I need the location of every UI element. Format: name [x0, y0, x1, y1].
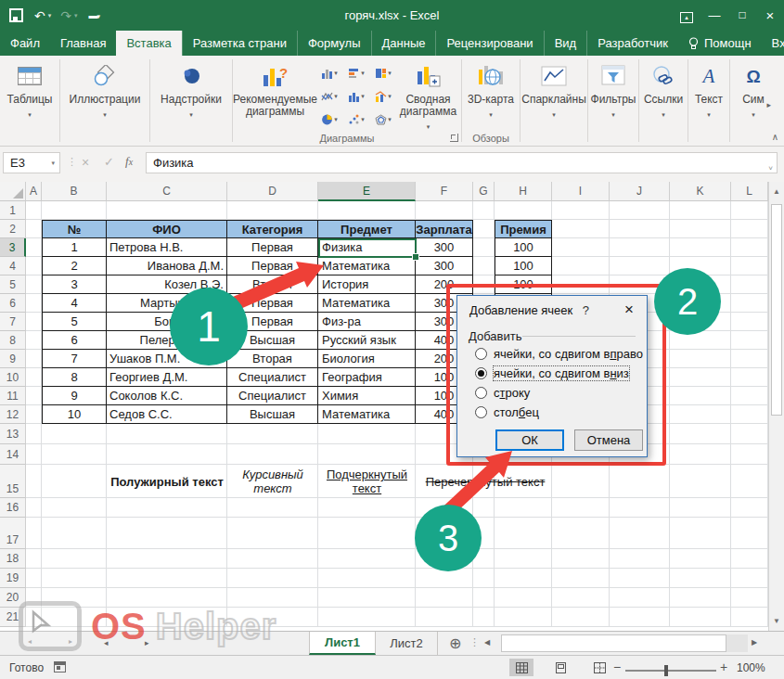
vertical-scroll-thumb[interactable]: [771, 204, 782, 416]
hscroll-left-icon[interactable]: ◀: [484, 638, 490, 647]
cell-B12[interactable]: 10: [42, 405, 107, 424]
name-box-dropdown-icon[interactable]: ▾: [51, 160, 55, 167]
cell-H3[interactable]: 100: [495, 238, 552, 257]
cancel-entry-icon[interactable]: ×: [82, 155, 89, 170]
ribbon-tab[interactable]: Вид: [544, 31, 587, 56]
filters-button[interactable]: Фильтры ▾: [591, 56, 636, 146]
cell-C2[interactable]: ФИО: [107, 220, 227, 238]
row-header-4[interactable]: 4: [0, 257, 26, 275]
cell-H4[interactable]: 100: [495, 257, 552, 275]
cell-D9[interactable]: Вторая: [227, 350, 318, 368]
ok-button[interactable]: ОК: [495, 429, 564, 451]
tab-help[interactable]: Помощн: [678, 31, 762, 56]
cell-C11[interactable]: Соколов К.С.: [107, 387, 227, 405]
cell-D2[interactable]: Категория: [227, 220, 318, 238]
column-header-C[interactable]: C: [107, 182, 227, 201]
select-all-corner[interactable]: [0, 182, 26, 201]
customize-qat-icon[interactable]: ▬▾: [89, 10, 100, 20]
undo-icon[interactable]: ↶: [34, 9, 45, 22]
ribbon-tab[interactable]: Разметка страни: [182, 31, 297, 56]
row-header-19[interactable]: 19: [0, 569, 26, 588]
sparklines-button[interactable]: Спарклайны ▾: [521, 56, 586, 146]
sheet-tab-active[interactable]: Лист1: [309, 632, 376, 655]
formatted-cell-italic[interactable]: Курсивный текст: [227, 465, 318, 498]
tables-button[interactable]: Таблицы ▾: [6, 56, 52, 146]
radio-option-4[interactable]: столбец: [475, 405, 539, 419]
row-header-21[interactable]: 21: [0, 608, 26, 627]
redo-dropdown-icon[interactable]: ▾: [74, 12, 78, 19]
cell-B4[interactable]: 2: [42, 257, 107, 275]
sheet-nav-left-icon[interactable]: ◂: [104, 638, 109, 647]
horizontal-scrollbar[interactable]: [501, 634, 748, 652]
scroll-down-icon[interactable]: ▼: [769, 617, 784, 625]
column-header-F[interactable]: F: [416, 182, 473, 201]
row-header-3[interactable]: 3: [0, 238, 26, 257]
column-header-G[interactable]: G: [473, 182, 495, 201]
page-break-view-button[interactable]: [587, 659, 611, 676]
scroll-up-icon[interactable]: ▲: [769, 187, 784, 196]
cell-B7[interactable]: 5: [42, 313, 107, 331]
expand-formula-bar-icon[interactable]: ˅: [768, 164, 773, 173]
pie-chart-button[interactable]: ▾: [316, 108, 343, 131]
redo-icon[interactable]: ↷: [60, 9, 71, 22]
cancel-button[interactable]: Отмена: [574, 429, 643, 451]
ribbon-tab[interactable]: Рецензировани: [435, 31, 543, 56]
formatted-cell-strikethrough[interactable]: Перечеркнутый текст: [416, 465, 555, 498]
column-header-H[interactable]: H: [495, 182, 552, 201]
zoom-level[interactable]: 100%: [737, 661, 765, 674]
radio-option-1[interactable]: ячейки, со сдвигом вправо: [475, 347, 643, 361]
column-header-I[interactable]: I: [552, 182, 610, 201]
ribbon-scroll-right-icon[interactable]: ▸: [766, 100, 771, 109]
page-layout-view-button[interactable]: [548, 659, 572, 676]
save-icon[interactable]: [9, 8, 23, 22]
column-header-B[interactable]: B: [42, 182, 107, 201]
row-header-2[interactable]: 2: [0, 220, 26, 238]
combo-chart-button[interactable]: ▾: [370, 84, 397, 108]
ribbon-tab[interactable]: Данные: [371, 31, 436, 56]
column-header-J[interactable]: J: [610, 182, 670, 201]
ribbon-tab[interactable]: Разработчик: [586, 31, 678, 56]
cell-E7[interactable]: Физ-ра: [318, 313, 416, 331]
bar-chart-button[interactable]: ▾: [343, 61, 370, 84]
row-header-6[interactable]: 6: [0, 294, 26, 313]
cell-D12[interactable]: Высшая: [227, 405, 318, 424]
row-header-15[interactable]: 15: [0, 465, 26, 498]
cell-B2[interactable]: №: [42, 220, 107, 238]
cell-F3[interactable]: 300: [416, 238, 473, 257]
cell-E12[interactable]: Математика: [318, 405, 416, 424]
row-header-7[interactable]: 7: [0, 313, 26, 331]
column-chart-button[interactable]: ▾: [316, 61, 343, 84]
radio-icon[interactable]: [475, 406, 487, 418]
collapse-ribbon-icon[interactable]: ∧: [772, 132, 778, 142]
zoom-slider-track[interactable]: [625, 670, 716, 672]
zoom-out-icon[interactable]: −: [613, 660, 621, 673]
insert-function-icon[interactable]: fx: [125, 154, 133, 169]
cell-D3[interactable]: Первая: [227, 238, 318, 257]
cell-E2[interactable]: Предмет: [318, 220, 416, 238]
close-button[interactable]: ×: [756, 0, 784, 31]
row-header-8[interactable]: 8: [0, 331, 26, 350]
hscroll-right-icon[interactable]: ▶: [752, 638, 757, 647]
minimize-button[interactable]: —: [700, 0, 728, 31]
links-button[interactable]: Ссылки ▾: [644, 56, 683, 146]
column-header-L[interactable]: L: [731, 182, 768, 201]
cell-F4[interactable]: 300: [416, 257, 473, 275]
stock-chart-button[interactable]: ▾: [316, 84, 343, 108]
cell-B9[interactable]: 7: [42, 350, 107, 368]
fill-handle[interactable]: [412, 253, 419, 261]
name-box[interactable]: E3 ▾: [3, 152, 60, 173]
cell-D11[interactable]: Специалист: [227, 387, 318, 405]
cell-E9[interactable]: Биология: [318, 350, 416, 368]
column-header-A[interactable]: A: [26, 182, 42, 201]
tab-strip-resize-handle[interactable]: ⋮: [469, 636, 480, 648]
cell-E8[interactable]: Русский язык: [318, 331, 416, 350]
cell-E6[interactable]: Математика: [318, 294, 416, 313]
maximize-button[interactable]: □: [728, 0, 756, 31]
row-header-13[interactable]: 13: [0, 424, 26, 444]
normal-view-button[interactable]: [509, 659, 533, 676]
row-header-20[interactable]: 20: [0, 588, 26, 608]
zoom-in-icon[interactable]: +: [720, 660, 727, 673]
row-header-9[interactable]: 9: [0, 350, 26, 368]
row-header-14[interactable]: 14: [0, 444, 26, 465]
new-sheet-icon[interactable]: ⊕: [449, 634, 461, 652]
